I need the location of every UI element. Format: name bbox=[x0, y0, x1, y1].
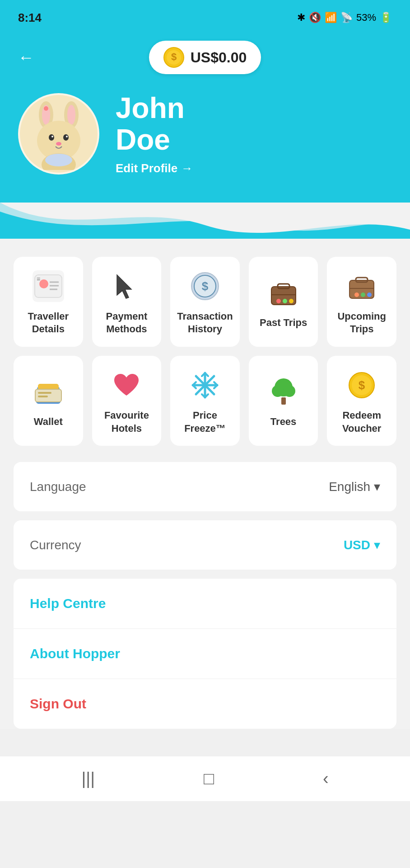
help-centre-link: Help Centre bbox=[30, 596, 106, 611]
trees-label: Trees bbox=[270, 415, 297, 429]
upcoming-trips-icon bbox=[346, 270, 377, 302]
language-label: Language bbox=[30, 480, 86, 494]
wifi-icon: 📶 bbox=[325, 12, 337, 24]
profile-info: John Doe Edit Profile → bbox=[116, 92, 193, 175]
balance-amount: US$0.00 bbox=[191, 49, 247, 66]
coin-icon: $ bbox=[163, 47, 184, 68]
svg-point-38 bbox=[361, 292, 365, 297]
price-freeze-label: Price Freeze™ bbox=[176, 409, 234, 435]
hero-section: ← $ US$0.00 bbox=[0, 32, 410, 203]
svg-text:$: $ bbox=[202, 279, 209, 293]
menu-item-upcoming-trips[interactable]: Upcoming Trips bbox=[327, 257, 396, 347]
help-centre-row[interactable]: Help Centre bbox=[14, 579, 396, 629]
about-hopper-link: About Hopper bbox=[30, 646, 120, 661]
battery-text: 53% bbox=[356, 12, 376, 24]
svg-point-37 bbox=[354, 292, 359, 297]
menu-item-transaction-history[interactable]: $ Transaction History bbox=[170, 257, 240, 347]
content-area: ≡ Traveller Details Payment Methods bbox=[0, 239, 410, 729]
trees-icon bbox=[268, 376, 299, 407]
signal-icon: 📡 bbox=[340, 12, 353, 24]
svg-point-11 bbox=[63, 134, 69, 141]
menu-item-wallet[interactable]: Wallet bbox=[14, 356, 83, 446]
edit-profile-link[interactable]: Edit Profile → bbox=[116, 161, 193, 175]
past-trips-label: Past Trips bbox=[260, 316, 307, 330]
status-icons: ✱ 🔇 📶 📡 53% 🔋 bbox=[297, 12, 392, 24]
svg-point-61 bbox=[284, 385, 295, 397]
menu-item-trees[interactable]: Trees bbox=[249, 356, 318, 446]
menu-item-traveller-details[interactable]: ≡ Traveller Details bbox=[14, 257, 83, 347]
nav-menu-button[interactable]: ||| bbox=[81, 769, 95, 788]
svg-point-8 bbox=[44, 106, 48, 111]
redeem-voucher-icon: $ bbox=[346, 369, 377, 401]
wallet-label: Wallet bbox=[34, 415, 63, 429]
redeem-voucher-label: Redeem Voucher bbox=[332, 409, 391, 435]
nav-back-button[interactable]: ‹ bbox=[323, 769, 329, 788]
balance-pill[interactable]: $ US$0.00 bbox=[149, 41, 261, 74]
bluetooth-icon: ✱ bbox=[297, 12, 305, 24]
wallet-icon bbox=[33, 376, 64, 407]
svg-rect-45 bbox=[38, 396, 48, 397]
sign-out-row[interactable]: Sign Out bbox=[14, 679, 396, 729]
menu-grid: ≡ Traveller Details Payment Methods bbox=[14, 257, 396, 446]
menu-item-redeem-voucher[interactable]: $ Redeem Voucher bbox=[327, 356, 396, 446]
currency-setting: Currency USD ▾ bbox=[14, 520, 396, 570]
status-time: 8:14 bbox=[18, 11, 42, 25]
avatar bbox=[18, 93, 99, 175]
last-name: Doe bbox=[116, 123, 170, 156]
past-trips-icon bbox=[268, 277, 299, 308]
first-name: John bbox=[116, 92, 185, 124]
favourite-hotels-label: Favourite Hotels bbox=[98, 409, 156, 435]
upcoming-trips-label: Upcoming Trips bbox=[332, 310, 391, 336]
nav-home-button[interactable]: □ bbox=[204, 769, 214, 788]
currency-current: USD bbox=[344, 538, 370, 552]
currency-row[interactable]: Currency USD ▾ bbox=[14, 520, 396, 570]
favourite-hotels-icon bbox=[111, 369, 142, 401]
wave-divider bbox=[0, 203, 410, 239]
sign-out-link: Sign Out bbox=[30, 696, 86, 712]
currency-value[interactable]: USD ▾ bbox=[344, 538, 380, 552]
svg-point-14 bbox=[56, 142, 61, 146]
status-bar: 8:14 ✱ 🔇 📶 📡 53% 🔋 bbox=[0, 0, 410, 32]
svg-point-39 bbox=[367, 292, 372, 297]
svg-rect-58 bbox=[281, 397, 286, 405]
traveller-details-label: Traveller Details bbox=[19, 310, 78, 336]
bottom-nav: ||| □ ‹ bbox=[0, 756, 410, 801]
svg-rect-44 bbox=[38, 392, 51, 394]
svg-text:≡: ≡ bbox=[37, 275, 40, 283]
menu-item-payment-methods[interactable]: Payment Methods bbox=[92, 257, 162, 347]
svg-text:$: $ bbox=[359, 378, 365, 392]
svg-point-60 bbox=[272, 385, 284, 397]
svg-point-13 bbox=[66, 136, 68, 137]
svg-point-33 bbox=[289, 299, 294, 303]
svg-marker-23 bbox=[117, 275, 131, 298]
menu-item-past-trips[interactable]: Past Trips bbox=[249, 257, 318, 347]
back-button[interactable]: ← bbox=[18, 48, 34, 67]
language-value[interactable]: English ▾ bbox=[329, 479, 380, 494]
language-row[interactable]: Language English ▾ bbox=[14, 462, 396, 511]
transaction-history-icon: $ bbox=[189, 270, 221, 302]
battery-icon: 🔋 bbox=[380, 12, 392, 24]
svg-point-31 bbox=[276, 299, 281, 303]
about-hopper-row[interactable]: About Hopper bbox=[14, 629, 396, 679]
svg-text:$: $ bbox=[171, 51, 177, 62]
currency-dropdown-arrow: ▾ bbox=[374, 538, 380, 552]
profile-section: John Doe Edit Profile → bbox=[18, 92, 392, 203]
language-current: English bbox=[329, 480, 370, 494]
menu-item-price-freeze[interactable]: Price Freeze™ bbox=[170, 356, 240, 446]
avatar-image bbox=[23, 98, 95, 170]
menu-item-favourite-hotels[interactable]: Favourite Hotels bbox=[92, 356, 162, 446]
payment-methods-icon bbox=[111, 270, 142, 302]
transaction-history-label: Transaction History bbox=[176, 310, 234, 336]
svg-point-16 bbox=[45, 154, 72, 166]
svg-point-12 bbox=[51, 136, 53, 137]
language-dropdown-arrow: ▾ bbox=[374, 479, 380, 494]
links-section: Help Centre About Hopper Sign Out bbox=[14, 579, 396, 729]
currency-label: Currency bbox=[30, 538, 81, 552]
profile-name: John Doe bbox=[116, 92, 193, 156]
svg-point-18 bbox=[39, 279, 48, 288]
traveller-details-icon: ≡ bbox=[33, 270, 64, 302]
svg-point-32 bbox=[283, 299, 287, 303]
hero-top: ← $ US$0.00 bbox=[18, 41, 392, 74]
language-setting: Language English ▾ bbox=[14, 462, 396, 511]
payment-methods-label: Payment Methods bbox=[98, 310, 156, 336]
